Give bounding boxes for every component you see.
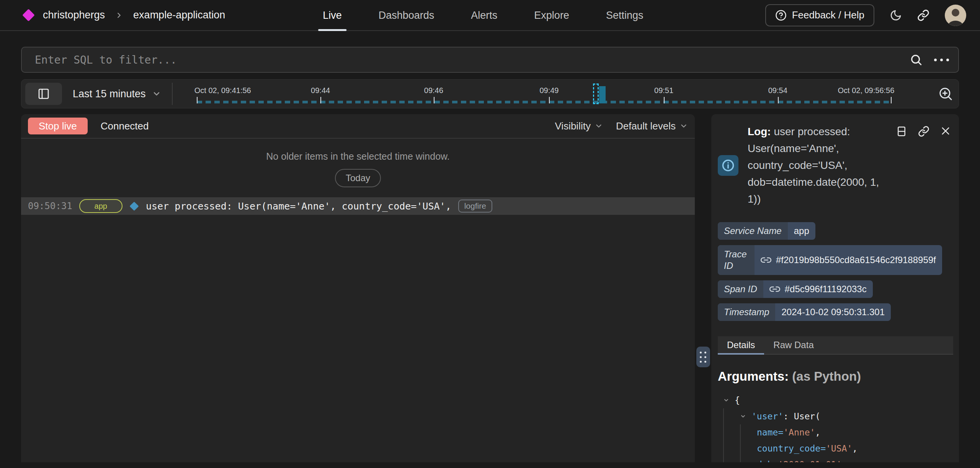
- attribute-timestamp[interactable]: Timestamp2024-10-02 09:50:31.301: [718, 303, 891, 321]
- attribute-list: Service NameappTrace ID #f2019b98b550cd8…: [718, 222, 953, 321]
- timeline-tick-label: 09:54: [768, 86, 787, 95]
- time-range-dropdown[interactable]: Last 15 minutes: [73, 88, 161, 100]
- breadcrumb-chevron-icon: [115, 11, 123, 20]
- rows-icon[interactable]: [896, 126, 907, 137]
- timeline-plot[interactable]: Oct 02, 09:41:5609:4409:4609:4909:5109:5…: [176, 80, 930, 108]
- visibility-label: Visibility: [555, 120, 590, 132]
- nav-tab-settings[interactable]: Settings: [592, 0, 657, 31]
- drag-handle-icon[interactable]: [696, 347, 710, 367]
- timeline-tick-label: Oct 02, 09:56:56: [838, 86, 894, 95]
- feedback-help-button[interactable]: Feedback / Help: [765, 4, 874, 26]
- arguments-heading-sub: (as Python): [789, 369, 861, 383]
- nav-tab-dashboards[interactable]: Dashboards: [365, 0, 448, 31]
- code-token: dob=: [757, 460, 778, 462]
- code-token: name=: [757, 427, 783, 437]
- live-log-panel: Stop live Connected Visibility Default l…: [21, 114, 695, 462]
- timeline-tick: [320, 97, 321, 103]
- attribute-trace-id[interactable]: Trace ID #f2019b98b550cd8a61546c2f918895…: [718, 245, 942, 275]
- scope-badge[interactable]: logfire: [458, 200, 492, 213]
- code-token: 'USA': [826, 443, 852, 453]
- avatar-body: [948, 21, 963, 26]
- chevron-down-icon: [152, 89, 161, 98]
- code-token: ,: [852, 443, 858, 453]
- service-badge[interactable]: app: [79, 199, 122, 213]
- share-link-button[interactable]: [917, 9, 929, 21]
- timeline-tick-label: 09:49: [539, 86, 559, 95]
- info-icon: [718, 155, 738, 176]
- breadcrumb-project[interactable]: example-application: [133, 9, 225, 21]
- arguments-code-block: { 'user': User(name='Anne',country_code=…: [718, 392, 953, 462]
- timeline-divider: [172, 83, 173, 105]
- code-token: '2000-01-01': [778, 460, 841, 462]
- attribute-value: #d5c996f11192033c: [763, 280, 873, 298]
- log-row[interactable]: 09:50:31 app user processed: User(name='…: [21, 197, 695, 215]
- nav-tab-explore[interactable]: Explore: [520, 0, 583, 31]
- search-icon[interactable]: [910, 53, 923, 66]
- app-header: christophergs example-application LiveDa…: [0, 0, 980, 31]
- detail-title: Log: user processed: User(name='Anne', c…: [748, 123, 888, 208]
- tab-details[interactable]: Details: [718, 336, 764, 354]
- attribute-span-id[interactable]: Span ID #d5c996f11192033c: [718, 280, 873, 298]
- default-levels-dropdown[interactable]: Default levels: [616, 120, 688, 132]
- detail-header: Log: user processed: User(name='Anne', c…: [718, 123, 953, 208]
- attribute-label: Timestamp: [718, 303, 775, 321]
- timeline-histogram-bar: [599, 86, 606, 103]
- code-token: country_code=: [757, 443, 826, 453]
- attribute-value: #f2019b98b550cd8a61546c2f9188959f: [755, 245, 942, 275]
- sidebar-toggle-button[interactable]: [25, 83, 62, 105]
- default-levels-label: Default levels: [616, 120, 676, 132]
- user-avatar[interactable]: [945, 5, 966, 26]
- link-icon[interactable]: [769, 284, 780, 295]
- main-nav: LiveDashboardsAlertsExploreSettings: [309, 0, 657, 31]
- visibility-dropdown[interactable]: Visibility: [555, 120, 603, 132]
- stop-live-button[interactable]: Stop live: [28, 118, 88, 134]
- header-actions: Feedback / Help: [765, 4, 966, 26]
- timeline-tick: [197, 97, 198, 103]
- timeline-tick-label: Oct 02, 09:41:56: [194, 86, 251, 95]
- sql-filter-bar: [21, 47, 959, 73]
- feedback-help-label: Feedback / Help: [792, 9, 864, 21]
- sidebar-toggle-icon: [38, 88, 50, 100]
- arguments-heading-main: Arguments:: [718, 369, 789, 383]
- zoom-in-button[interactable]: [938, 86, 953, 101]
- attribute-value: app: [788, 222, 815, 240]
- code-line-5: dob='2000-01-01',: [718, 457, 953, 462]
- chevron-down-icon: [679, 122, 688, 130]
- attribute-label: Span ID: [718, 280, 763, 298]
- level-diamond-icon: [129, 201, 139, 211]
- code-line-3: name='Anne',: [718, 424, 953, 440]
- sql-filter-input[interactable]: [35, 54, 910, 66]
- breadcrumb: christophergs example-application: [22, 9, 225, 21]
- collapse-caret-icon[interactable]: [740, 413, 751, 419]
- attribute-value-text: #d5c996f11192033c: [785, 284, 867, 295]
- attribute-value: 2024-10-02 09:50:31.301: [775, 303, 891, 321]
- connection-status: Connected: [101, 120, 149, 132]
- timeline-tick: [549, 97, 550, 103]
- collapse-caret-icon[interactable]: [723, 397, 735, 403]
- tab-raw-data[interactable]: Raw Data: [764, 336, 823, 354]
- code-line-2: 'user': User(: [718, 408, 953, 424]
- link-icon[interactable]: [918, 126, 929, 137]
- log-time: 09:50:31: [28, 201, 72, 211]
- content-row: Stop live Connected Visibility Default l…: [21, 114, 959, 462]
- code-token: ,: [815, 427, 820, 437]
- attribute-service-name[interactable]: Service Nameapp: [718, 222, 815, 240]
- today-button[interactable]: Today: [335, 169, 381, 187]
- nav-tab-live[interactable]: Live: [309, 0, 356, 31]
- logfire-logo-icon[interactable]: [22, 9, 35, 21]
- breadcrumb-org[interactable]: christophergs: [43, 9, 105, 21]
- indent-guide: [740, 457, 757, 462]
- more-options-icon[interactable]: [934, 59, 949, 61]
- indent-guide: [723, 440, 740, 457]
- log-message: user processed: User(name='Anne', countr…: [146, 201, 451, 212]
- close-icon[interactable]: [940, 126, 951, 137]
- timeline-tick-label: 09:44: [311, 86, 330, 95]
- detail-panel: Log: user processed: User(name='Anne', c…: [711, 114, 959, 462]
- timeline-bar: Last 15 minutes Oct 02, 09:41:5609:4409:…: [21, 79, 959, 108]
- link-icon[interactable]: [761, 255, 771, 265]
- avatar-head: [952, 9, 959, 16]
- indent-guide: [740, 424, 757, 440]
- nav-tab-alerts[interactable]: Alerts: [457, 0, 511, 31]
- dark-mode-toggle[interactable]: [890, 9, 902, 21]
- code-token: : User(: [783, 411, 820, 421]
